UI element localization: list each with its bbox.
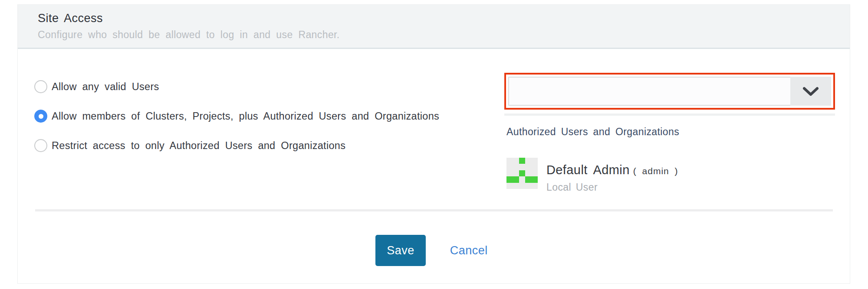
user-search-input[interactable] [508, 77, 790, 106]
identicon-cell-off [513, 170, 519, 176]
radio-option-any-valid-users[interactable]: Allow any valid Users [28, 77, 487, 97]
identicon-cell-off [532, 164, 538, 170]
radio-option-label: Restrict access to only Authorized Users… [52, 140, 345, 151]
identicon-cell-off [532, 170, 538, 176]
user-name-text: Default Admin [546, 163, 630, 177]
radio-option-label: Allow members of Clusters, Projects, plu… [52, 110, 439, 122]
user-display-name: Default Admin( admin ) [546, 163, 678, 177]
authorized-user-item: Default Admin( admin ) Local User [506, 158, 835, 193]
identicon-cell-off [525, 164, 531, 170]
identicon-cell-off [532, 183, 538, 189]
identicon-cell-on [532, 176, 538, 182]
footer-divider [35, 209, 833, 211]
identicon-cell-off [525, 183, 531, 189]
user-username: ( admin ) [633, 166, 678, 176]
save-button[interactable]: Save [375, 235, 426, 266]
user-type-label: Local User [546, 182, 678, 193]
identicon-cell-off [525, 158, 531, 164]
identicon-cell-off [513, 158, 519, 164]
identicon-cell-off [525, 170, 531, 176]
site-access-panel: Site Access Configure who should be allo… [17, 4, 850, 284]
identicon-cell-on [513, 176, 519, 182]
identicon-cell-off [532, 158, 538, 164]
identicon-cell-on [525, 176, 531, 182]
access-options-group: Allow any valid Users Allow members of C… [28, 49, 504, 209]
identicon-cell-off [506, 164, 513, 170]
highlight-annotation [504, 73, 835, 110]
identicon-cell-off [513, 183, 519, 189]
radio-button[interactable] [34, 139, 47, 152]
identicon-cell-off [506, 158, 513, 164]
panel-header: Site Access Configure who should be allo… [18, 5, 850, 49]
radio-option-restrict-authorized-only[interactable]: Restrict access to only Authorized Users… [28, 136, 487, 156]
section-rule [504, 114, 835, 116]
identicon-cell-off [519, 183, 525, 189]
authorized-users-column: Authorized Users and Organizations Defau… [504, 49, 835, 209]
identicon-cell-off [513, 164, 519, 170]
identicon-cell-off [519, 164, 525, 170]
identicon-cell-off [506, 170, 513, 176]
cancel-button[interactable]: Cancel [450, 244, 488, 257]
panel-body: Allow any valid Users Allow members of C… [18, 49, 850, 266]
user-identicon-avatar [506, 158, 538, 189]
content-columns: Allow any valid Users Allow members of C… [28, 49, 835, 209]
radio-option-label: Allow any valid Users [52, 81, 159, 92]
identicon-cell-off [519, 176, 525, 182]
user-picker-dropdown[interactable] [508, 77, 831, 106]
identicon-cell-on [519, 170, 525, 176]
identicon-cell-on [506, 176, 513, 182]
identicon-cell-on [519, 158, 525, 164]
user-meta: Default Admin( admin ) Local User [546, 158, 678, 193]
radio-option-members-plus-authorized[interactable]: Allow members of Clusters, Projects, plu… [28, 106, 487, 126]
radio-dot [39, 114, 43, 119]
dropdown-toggle-button[interactable] [790, 77, 831, 106]
chevron-down-icon [803, 87, 819, 96]
page-title: Site Access [38, 12, 830, 25]
footer-actions: Save Cancel [28, 235, 835, 266]
radio-button[interactable] [34, 80, 47, 93]
radio-button[interactable] [34, 110, 47, 123]
page-subtitle: Configure who should be allowed to log i… [38, 29, 830, 41]
authorized-users-title: Authorized Users and Organizations [506, 126, 835, 138]
identicon-cell-off [506, 183, 513, 189]
